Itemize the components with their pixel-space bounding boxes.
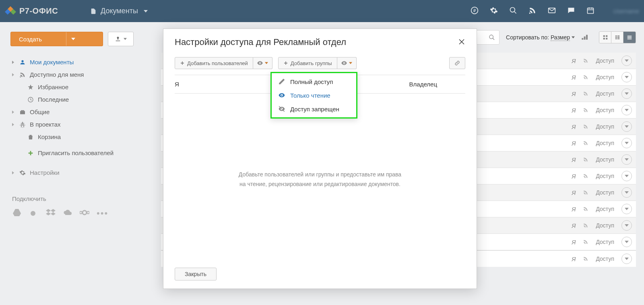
file-owner: Я	[572, 256, 576, 262]
view-grid-button[interactable]	[599, 32, 611, 43]
close-button[interactable]	[458, 38, 465, 47]
file-menu-button[interactable]	[621, 171, 632, 181]
svg-rect-41	[617, 35, 619, 36]
file-menu-button[interactable]	[621, 154, 632, 165]
invite-label: Пригласить пользователей	[38, 149, 114, 156]
file-menu-button[interactable]	[621, 72, 632, 82]
svg-marker-13	[71, 38, 75, 40]
share-icon	[583, 256, 588, 262]
share-icon	[583, 190, 588, 195]
search-icon[interactable]	[509, 6, 517, 16]
file-access[interactable]: Доступ	[596, 123, 614, 130]
invite-users[interactable]: Пригласить пользователей	[10, 143, 161, 163]
box-icon[interactable]	[29, 208, 39, 219]
file-menu-button[interactable]	[621, 237, 632, 247]
gear-icon[interactable]	[490, 6, 498, 16]
file-access[interactable]: Доступ	[596, 189, 614, 196]
svg-marker-53	[625, 125, 629, 128]
file-owner: Я	[572, 173, 576, 180]
file-access[interactable]: Доступ	[596, 173, 614, 179]
create-button-label: Создать	[19, 36, 42, 43]
file-menu-button[interactable]	[621, 254, 632, 264]
nav-settings[interactable]: Настройки	[10, 166, 161, 179]
svg-rect-45	[617, 38, 619, 39]
svg-marker-3	[144, 10, 148, 12]
currency-icon[interactable]: ₽	[471, 6, 479, 16]
file-access[interactable]: Доступ	[596, 222, 614, 229]
nav-shared-with-me[interactable]: Доступно для меня	[10, 68, 161, 81]
svg-rect-46	[627, 36, 632, 37]
google-drive-icon[interactable]	[12, 208, 22, 219]
view-list-button[interactable]	[623, 32, 636, 43]
file-access[interactable]: Доступ	[596, 206, 614, 212]
chat-icon[interactable]	[567, 6, 575, 16]
svg-marker-71	[349, 62, 352, 64]
nav-item-label: Доступно для меня	[30, 71, 84, 78]
groups-permission-dropdown[interactable]	[337, 57, 357, 69]
more-icon[interactable]: •••	[97, 209, 108, 218]
file-menu-button[interactable]	[621, 220, 632, 231]
permission-option-deny[interactable]: Доступ запрещен	[272, 102, 356, 116]
svg-rect-34	[584, 36, 586, 39]
sort-dropdown[interactable]: Сортировать по: Размер	[506, 34, 575, 41]
nav-trash[interactable]: Корзина	[10, 131, 161, 143]
svg-marker-25	[46, 212, 51, 215]
close-modal-button[interactable]: Закрыть	[175, 268, 217, 280]
file-access[interactable]: Доступ	[596, 156, 614, 163]
upload-button[interactable]	[108, 32, 134, 46]
nav-favorites[interactable]: Избранное	[10, 81, 161, 93]
nav-recent[interactable]: Последние	[10, 93, 161, 106]
svg-line-31	[493, 38, 494, 40]
svg-point-28	[80, 211, 82, 214]
file-menu-button[interactable]	[621, 187, 632, 198]
file-access[interactable]: Доступ	[596, 239, 614, 245]
users-permission-dropdown[interactable]	[253, 57, 272, 69]
add-groups-button[interactable]: Добавить группы	[278, 57, 337, 69]
file-menu-button[interactable]	[621, 105, 632, 115]
svg-marker-60	[625, 241, 629, 243]
file-owner: Я	[572, 140, 576, 147]
logo[interactable]: Р7-ОФИС	[5, 5, 58, 17]
file-menu-button[interactable]	[621, 121, 632, 132]
create-button[interactable]: Создать	[10, 32, 103, 46]
sort-direction-icon[interactable]	[581, 34, 588, 41]
onedrive-icon[interactable]	[63, 208, 72, 219]
nav-my-documents[interactable]: Мои документы	[10, 56, 161, 68]
file-access[interactable]: Доступ	[596, 57, 614, 64]
feed-icon[interactable]	[528, 6, 537, 16]
file-owner: Я	[572, 57, 576, 64]
file-access[interactable]: Доступ	[596, 90, 614, 97]
view-compact-button[interactable]	[611, 32, 623, 43]
file-menu-button[interactable]	[621, 138, 632, 148]
svg-rect-9	[588, 8, 594, 13]
file-menu-button[interactable]	[621, 88, 632, 99]
file-menu-button[interactable]	[621, 55, 632, 66]
file-owner: Я	[572, 90, 576, 97]
nav-projects[interactable]: В проектах	[10, 118, 161, 131]
file-owner: Я	[572, 123, 576, 130]
file-owner: Я	[572, 156, 576, 163]
add-users-button[interactable]: Добавить пользователей	[175, 57, 253, 69]
copy-link-button[interactable]	[449, 57, 465, 69]
file-access[interactable]: Доступ	[596, 256, 614, 262]
file-menu-button[interactable]	[621, 204, 632, 214]
sort-prefix: Сортировать по:	[506, 34, 549, 41]
mail-icon[interactable]	[548, 6, 556, 16]
svg-rect-37	[606, 35, 607, 37]
dropbox-icon[interactable]	[46, 208, 56, 219]
calendar-icon[interactable]	[586, 6, 594, 16]
share-icon	[583, 173, 588, 179]
permission-option-full[interactable]: Полный доступ	[272, 75, 356, 88]
button-label: Добавить пользователей	[187, 60, 248, 66]
file-access[interactable]: Доступ	[596, 107, 614, 113]
module-label: Документы	[101, 7, 138, 15]
user-menu[interactable]: Username	[613, 8, 639, 14]
svg-rect-18	[21, 110, 24, 111]
nav-common[interactable]: Общие	[10, 106, 161, 118]
permission-option-read[interactable]: Только чтение	[272, 88, 356, 102]
file-access[interactable]: Доступ	[596, 74, 614, 80]
module-dropdown[interactable]: Документы	[90, 7, 148, 15]
svg-marker-26	[51, 212, 56, 215]
file-access[interactable]: Доступ	[596, 140, 614, 146]
nextcloud-icon[interactable]	[80, 208, 89, 219]
